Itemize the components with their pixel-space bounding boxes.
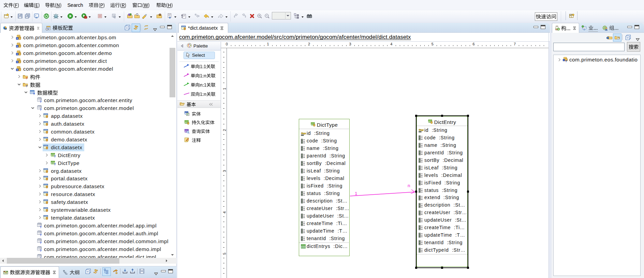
svg-text:?: ?: [33, 92, 35, 95]
svg-text:?: ?: [40, 249, 42, 252]
svg-text:?: ?: [565, 59, 567, 62]
svg-text:?: ?: [40, 225, 42, 228]
svg-text:?: ?: [54, 163, 56, 166]
svg-text:?: ?: [26, 84, 28, 87]
svg-text:?: ?: [26, 77, 28, 80]
svg-text:?: ?: [40, 108, 42, 111]
svg-text:?: ?: [54, 155, 56, 158]
svg-text:?: ?: [40, 100, 42, 103]
svg-text:?: ?: [40, 233, 42, 236]
svg-text:?: ?: [40, 241, 42, 244]
